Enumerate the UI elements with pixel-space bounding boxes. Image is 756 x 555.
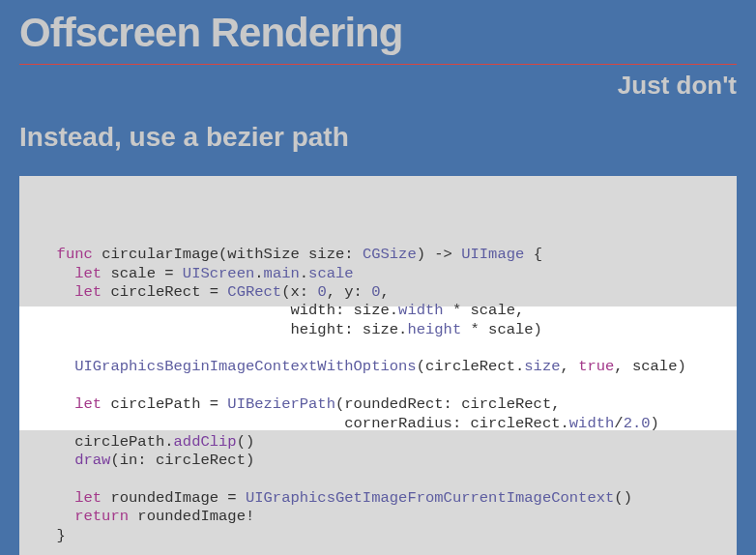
t: .	[300, 265, 308, 282]
slide-subtitle: Just don't	[19, 71, 737, 101]
t: circleRect =	[102, 283, 227, 301]
t: (roundedRect: circleRect,	[335, 395, 561, 413]
slide-heading: Instead, use a bezier path	[19, 122, 737, 153]
t: (in: circleRect)	[110, 452, 254, 469]
t: roundedImage =	[102, 489, 246, 507]
code-content: func circularImage(withSize size: CGSize…	[19, 246, 737, 545]
kw-let: let	[74, 489, 102, 507]
t: , y:	[327, 283, 372, 301]
prop-height: height	[407, 321, 461, 338]
kw-let: let	[74, 265, 102, 282]
prop-scale: scale	[308, 265, 354, 282]
code-block: func circularImage(withSize size: CGSize…	[19, 176, 737, 555]
type-cgrect: CGRect	[227, 283, 281, 301]
t: (x:	[281, 283, 317, 301]
kw-func: func	[57, 246, 93, 263]
t: .	[254, 265, 263, 282]
t: circlePath =	[102, 395, 227, 413]
mth-draw: draw	[74, 452, 110, 469]
t: circularImage(withSize size:	[93, 246, 363, 263]
t: ) ->	[417, 246, 462, 263]
t: * scale,	[444, 302, 525, 319]
type-uiimage: UIImage	[461, 246, 524, 263]
fn-getimage: UIGraphicsGetImageFromCurrentImageContex…	[246, 489, 614, 507]
num: 0	[317, 283, 326, 301]
t: /	[614, 415, 623, 432]
kw-true: true	[578, 358, 614, 375]
num: 0	[371, 283, 380, 301]
prop-main: main	[264, 265, 300, 282]
prop-width: width	[398, 302, 444, 319]
t: height: size.	[290, 321, 407, 338]
t: circlePath.	[74, 433, 173, 451]
t: scale =	[102, 265, 183, 282]
t: roundedImage!	[129, 508, 254, 525]
t: (circleRect.	[417, 358, 525, 375]
slide-title: Offscreen Rendering	[19, 10, 737, 65]
t: )	[651, 415, 659, 432]
type-cgsize: CGSize	[363, 246, 417, 263]
type-uiscreen: UIScreen	[183, 265, 254, 282]
kw-return: return	[74, 508, 129, 525]
t: }	[57, 527, 66, 544]
prop-size: size	[524, 358, 560, 375]
t: ()	[614, 489, 632, 507]
t: {	[524, 246, 542, 263]
t: ,	[561, 358, 579, 375]
mth-addclip: addClip	[174, 433, 237, 451]
t: , scale)	[614, 358, 685, 375]
slide: Offscreen Rendering Just don't Instead, …	[0, 0, 756, 555]
type-uibezier: UIBezierPath	[227, 395, 335, 413]
kw-let: let	[74, 283, 102, 301]
t: width: size.	[290, 302, 398, 319]
kw-let: let	[74, 395, 102, 413]
fn-begincontext: UIGraphicsBeginImageContextWithOptions	[74, 358, 416, 375]
t: cornerRadius: circleRect.	[344, 415, 569, 432]
prop-width: width	[569, 415, 615, 432]
t: ,	[381, 283, 390, 301]
num: 2.0	[624, 415, 651, 432]
t: ()	[237, 433, 255, 451]
t: * scale)	[461, 321, 542, 338]
